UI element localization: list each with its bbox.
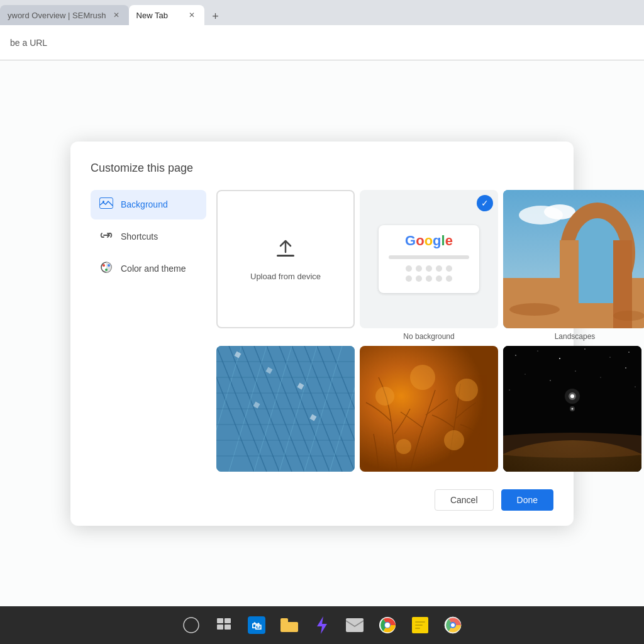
- shortcuts-icon: [99, 228, 113, 245]
- svg-point-62: [584, 348, 585, 349]
- svg-point-99: [451, 623, 455, 627]
- grid-row-1: Upload from device ✓ Google: [216, 190, 644, 341]
- taskbar-explorer-icon[interactable]: [278, 614, 301, 636]
- content-grid: Upload from device ✓ Google: [216, 190, 644, 477]
- svg-point-63: [609, 357, 610, 357]
- svg-point-66: [550, 380, 550, 380]
- svg-point-54: [410, 365, 435, 390]
- taskbar-chrome-icon[interactable]: [376, 614, 399, 636]
- svg-point-65: [525, 374, 526, 374]
- svg-point-69: [625, 367, 626, 369]
- landscapes-option[interactable]: [503, 190, 644, 328]
- svg-point-4: [103, 264, 105, 267]
- svg-rect-83: [225, 625, 231, 630]
- geometric-blue-option[interactable]: [216, 346, 355, 472]
- svg-rect-94: [415, 621, 425, 623]
- new-tab-button[interactable]: +: [207, 8, 225, 25]
- done-button[interactable]: Done: [501, 489, 553, 511]
- tab-semrush[interactable]: yword Overview | SEMrush ✕: [0, 5, 129, 25]
- taskbar-taskview-icon[interactable]: [213, 614, 235, 636]
- sidebar-background-label: Background: [121, 199, 168, 209]
- svg-rect-87: [280, 618, 288, 623]
- dot: [416, 275, 422, 282]
- tab-close-newtab[interactable]: ✕: [187, 10, 197, 20]
- svg-point-79: [184, 618, 199, 633]
- dot: [406, 275, 412, 282]
- sidebar-item-color-theme[interactable]: Color and theme: [91, 254, 206, 284]
- svg-point-74: [565, 389, 580, 404]
- dialog-footer: Cancel Done: [91, 489, 553, 511]
- sidebar-shortcuts-label: Shortcuts: [121, 231, 158, 242]
- svg-point-55: [455, 379, 478, 401]
- svg-point-57: [444, 430, 464, 450]
- svg-point-71: [635, 386, 636, 387]
- svg-point-78: [503, 433, 641, 458]
- svg-point-76: [570, 406, 575, 411]
- no-background-option[interactable]: ✓ Google: [360, 190, 498, 328]
- sidebar-item-shortcuts[interactable]: Shortcuts: [91, 222, 206, 252]
- svg-rect-82: [217, 625, 223, 630]
- taskbar-lightning-icon[interactable]: [311, 614, 333, 636]
- landscape-image: [503, 190, 644, 328]
- space-image: [503, 346, 641, 472]
- dot: [416, 265, 422, 272]
- dialog-sidebar: Background Shortcuts: [91, 190, 216, 477]
- customize-dialog: Customize this page Backgro: [70, 142, 574, 526]
- svg-point-20: [613, 311, 644, 321]
- landscapes-label: Landscapes: [555, 332, 596, 341]
- geometric-blue-image: [216, 346, 355, 472]
- svg-point-61: [559, 358, 560, 359]
- dot: [446, 275, 452, 282]
- svg-rect-86: [280, 622, 298, 632]
- tab-label: yword Overview | SEMrush: [8, 11, 106, 20]
- dot: [436, 265, 442, 272]
- svg-point-70: [509, 389, 509, 390]
- svg-text:🛍: 🛍: [252, 621, 262, 631]
- upload-from-device[interactable]: Upload from device: [216, 190, 355, 328]
- svg-rect-7: [277, 255, 294, 257]
- tab-close-semrush[interactable]: ✕: [111, 10, 121, 20]
- upload-icon: [274, 237, 297, 264]
- svg-point-6: [105, 269, 108, 271]
- svg-point-67: [575, 370, 575, 371]
- svg-point-64: [628, 352, 630, 353]
- taskbar-store-icon[interactable]: 🛍: [245, 614, 268, 636]
- google-logo: Google: [389, 233, 469, 249]
- url-text: be a URL: [10, 38, 47, 48]
- space-option[interactable]: [503, 346, 641, 472]
- no-background-preview: Google: [379, 225, 479, 293]
- svg-rect-80: [217, 618, 223, 623]
- dialog-overlay: Customize this page Backgro: [0, 60, 644, 606]
- taskbar: 🛍: [0, 606, 644, 644]
- svg-point-59: [515, 355, 516, 356]
- sidebar-color-theme-label: Color and theme: [121, 264, 186, 274]
- cancel-button[interactable]: Cancel: [435, 489, 494, 511]
- taskbar-sticky-icon[interactable]: [409, 614, 431, 636]
- taskbar-mail-icon[interactable]: [343, 614, 366, 636]
- taskbar-chrome-ext-icon[interactable]: [441, 614, 464, 636]
- address-bar: be a URL: [0, 25, 644, 60]
- color-theme-icon: [99, 260, 113, 277]
- browser-content: Customize this page Backgro: [0, 60, 644, 606]
- svg-rect-81: [225, 618, 231, 623]
- dot: [426, 275, 432, 282]
- svg-rect-17: [560, 240, 579, 328]
- tab-newtab[interactable]: New Tab ✕: [129, 5, 204, 25]
- svg-point-92: [385, 623, 390, 628]
- svg-point-19: [509, 303, 560, 316]
- sidebar-item-background[interactable]: Background: [91, 190, 206, 219]
- svg-rect-95: [415, 625, 423, 626]
- dialog-title: Customize this page: [91, 162, 553, 175]
- dots-row-1: [389, 265, 469, 272]
- orange-texture-image: [360, 346, 498, 472]
- taskbar-search-icon[interactable]: [180, 614, 203, 636]
- svg-point-2: [103, 201, 104, 203]
- orange-texture-option[interactable]: [360, 346, 498, 472]
- dots-row-2: [389, 275, 469, 282]
- dot: [406, 265, 412, 272]
- background-icon: [99, 196, 113, 213]
- grid-row-2: [216, 346, 644, 472]
- svg-rect-96: [415, 628, 420, 629]
- tab-label-newtab: New Tab: [136, 11, 168, 20]
- svg-rect-89: [346, 618, 364, 632]
